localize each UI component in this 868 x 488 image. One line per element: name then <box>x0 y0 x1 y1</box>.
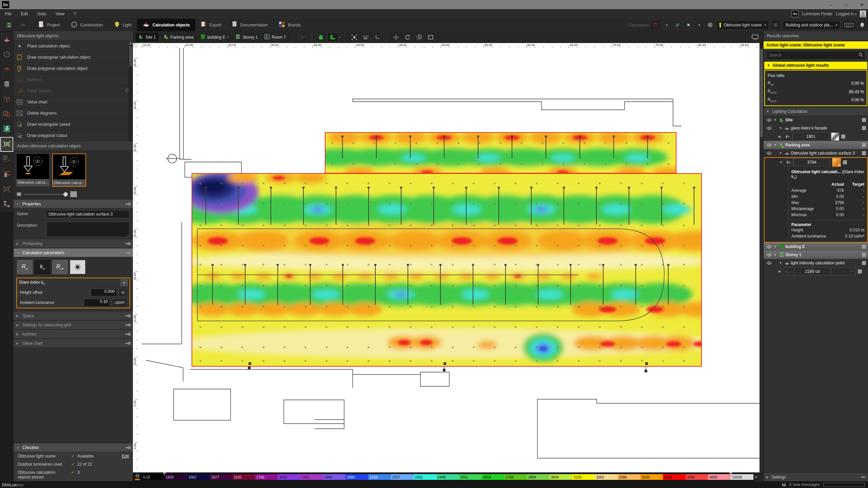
move-tool-button[interactable] <box>391 33 401 42</box>
scale-segment-2449[interactable]: 2449 <box>436 474 459 480</box>
scale-segment-2551[interactable]: 2551 <box>459 474 481 480</box>
thumbnail-size-slider[interactable] <box>14 189 133 199</box>
display-checkbox[interactable] <box>862 253 866 257</box>
scale-next-button[interactable]: ▶ <box>753 472 760 481</box>
glare-observer-tool[interactable] <box>0 137 13 152</box>
tab-construction[interactable]: Construction <box>65 19 108 31</box>
calculation-dropdown-caret[interactable]: ▾ <box>662 21 671 29</box>
measuring-grid-section-header[interactable]: ▶Settings for measuring grid <box>14 320 133 329</box>
menu-item-file[interactable]: File <box>0 12 16 16</box>
draw-rectangle-button[interactable] <box>426 33 436 42</box>
calculation-parameters-section-header[interactable]: ▼Calculation parameters <box>14 248 133 257</box>
search-icon[interactable] <box>856 53 865 58</box>
zoom-fit-button[interactable] <box>349 33 359 42</box>
properties-section-header[interactable]: ▼Properties <box>14 199 133 208</box>
calculation-button[interactable] <box>651 20 660 30</box>
display-checkbox[interactable] <box>843 160 847 164</box>
tool-list-scrollbar[interactable]: ▲ <box>129 41 133 141</box>
tool-draw-rectangular-cutout[interactable]: Draw rectangular cutout <box>14 119 133 130</box>
breadcrumb-site-1[interactable]: Site 1 <box>135 32 159 42</box>
scale-segment-2884[interactable]: 2884 <box>527 474 550 480</box>
expand-arrow[interactable]: ▶ <box>777 270 783 273</box>
breadcrumb-room-7[interactable]: Room 7 <box>262 33 289 42</box>
expand-arrow[interactable]: ▼ <box>778 151 783 155</box>
scale-segment-0.10[interactable]: 0.10 <box>142 474 164 480</box>
tree-row-site[interactable]: ▼Site <box>764 116 868 124</box>
scale-segment-4000[interactable]: 4000 <box>708 474 731 480</box>
tree-row-light-intensity-calculation-point[interactable]: ▼light intensity calculation point <box>764 259 868 267</box>
logged-in-menu[interactable]: Logged in ▾ <box>836 12 856 16</box>
lighting-calculation-header[interactable]: ▼Lighting Calculation <box>764 107 868 116</box>
tree-row-storey-1[interactable]: ▼Storey 1 <box>764 251 868 259</box>
scale-segment-1562[interactable]: 1562 <box>187 474 210 480</box>
tab-light[interactable]: Light <box>108 19 137 31</box>
scale-segment-2166[interactable]: 2166 <box>368 474 391 480</box>
scene-image-button[interactable] <box>771 20 781 30</box>
maximize-button[interactable]: □ <box>843 2 850 7</box>
breadcrumb-building-e[interactable]: building E▾ <box>198 33 232 42</box>
scale-segment-1996[interactable]: 1996 <box>323 474 346 480</box>
positioning-section-header[interactable]: ▶Positioning <box>14 239 133 248</box>
size-slider-handle[interactable] <box>63 192 68 197</box>
copy-arrange-button[interactable] <box>414 33 424 42</box>
light-scene-selector[interactable]: Obtrusive light scene ▾ <box>716 20 769 30</box>
expand-arrow[interactable]: ▼ <box>778 126 783 130</box>
scale-segment-2080[interactable]: 2080 <box>346 474 368 480</box>
ambient-luminance-field[interactable]: 0.10 <box>84 299 110 306</box>
edit-link[interactable]: Edit <box>122 454 129 459</box>
tab-brands[interactable]: Brands <box>273 19 306 31</box>
notifications-bell-icon[interactable] <box>858 21 867 29</box>
scale-segment-3260[interactable]: 3260 <box>595 474 617 480</box>
expand-arrow[interactable]: ▼ <box>772 253 778 257</box>
value-chart-section-header[interactable]: ▶Value chart <box>14 339 133 348</box>
expand-arrow[interactable]: ▼ <box>772 143 778 147</box>
energy-leaf-icon[interactable] <box>673 21 682 29</box>
redo-button[interactable] <box>18 21 27 29</box>
heatmap-main-surface[interactable] <box>192 173 702 367</box>
tab-project[interactable]: Project <box>33 19 65 31</box>
cancel-dropdown-caret[interactable]: ▾ <box>695 21 704 29</box>
keyboard-icon[interactable] <box>842 20 856 30</box>
description-field[interactable] <box>46 222 130 237</box>
calculation-settings-gear-icon[interactable] <box>706 21 714 29</box>
display-checkbox[interactable] <box>841 135 845 139</box>
result-row-ks[interactable]: ▶kS1901 <box>764 132 868 141</box>
coordinate-origin-button[interactable] <box>372 33 382 42</box>
rotate-tool-button[interactable] <box>402 33 413 42</box>
calculation-region-tool[interactable] <box>1 107 13 121</box>
object-thumbnail-2[interactable]: Obtrusive calcul... <box>52 154 86 187</box>
result-thumbnail[interactable] <box>831 133 839 141</box>
display-checkbox[interactable] <box>862 151 866 155</box>
space-section-header[interactable]: ▶Space <box>14 311 133 320</box>
scale-segment-3396[interactable]: 3396 <box>617 474 640 480</box>
close-button[interactable]: ✕ <box>859 2 865 7</box>
menu-item-view[interactable]: View <box>51 12 69 16</box>
messages-disk-icon[interactable] <box>782 483 786 487</box>
add-glare-index-button[interactable]: + <box>121 279 127 286</box>
visibility-eye-icon[interactable] <box>766 126 772 130</box>
object-thumbnail-1[interactable]: Obtrusive calcul... <box>16 154 50 187</box>
tool-value-chart[interactable]: Value chart <box>14 97 133 108</box>
scale-segment-1627[interactable]: 1627 <box>210 474 232 480</box>
name-field[interactable] <box>46 210 130 218</box>
add-surface-tool[interactable] <box>1 167 13 182</box>
selection-tool-button[interactable]: ▾ <box>297 33 307 42</box>
calculation-open-room-tool[interactable] <box>1 92 13 106</box>
result-thumbnail-selected[interactable] <box>832 158 841 167</box>
save-button[interactable] <box>5 21 14 29</box>
visibility-eye-icon[interactable] <box>766 245 772 248</box>
tool-place-calculation-object[interactable]: Place calculation object <box>14 41 133 52</box>
measure-button[interactable] <box>361 33 371 42</box>
scale-segment-2351[interactable]: 2351 <box>414 474 436 480</box>
scale-segment-1916[interactable]: 1916 <box>300 474 323 480</box>
display-checkbox[interactable] <box>862 126 866 130</box>
daylight-param-button[interactable] <box>70 260 85 274</box>
capture-region-tool[interactable] <box>1 182 13 197</box>
scale-segment-1695[interactable]: 1695 <box>232 474 255 480</box>
result-row-intensity[interactable]: ▶‹←2180 cd- <box>764 267 868 276</box>
tree-row-glare-index-k-facade[interactable]: ▼glare index k facade <box>764 124 868 132</box>
settings-section-header[interactable]: ▶ Settings <box>764 472 868 481</box>
menu-item-goto[interactable]: Goto <box>33 12 51 16</box>
results-search-input[interactable] <box>767 53 856 58</box>
calculation-surface-tool[interactable] <box>1 33 13 47</box>
